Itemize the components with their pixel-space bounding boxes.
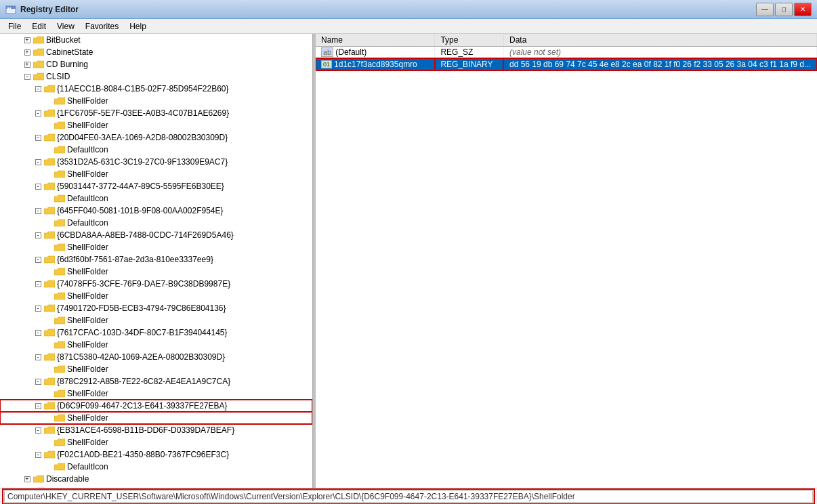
svg-marker-4 [33, 37, 44, 43]
tree-item-871c5380-shell[interactable]: ShellFolder [0, 363, 312, 375]
expand-74078ff5[interactable]: - [33, 278, 43, 289]
tree-item-3531d2a5[interactable]: - {3531D2A5-631C-3C19-27C0-9F13309E9AC7} [0, 156, 312, 168]
expand-645ff040[interactable]: - [33, 205, 43, 216]
expand-cabinetstate[interactable]: + [22, 47, 33, 58]
expand-6cbda8aa[interactable]: - [33, 230, 43, 240]
label-11aecc-shell: ShellFolder [67, 96, 108, 106]
svg-marker-38 [44, 451, 55, 458]
tree-item-d6c9f099[interactable]: - {D6C9F099-4647-2C13-E641-39337FE27EBA} [0, 400, 312, 412]
expand-11aecc[interactable]: - [33, 83, 43, 94]
tree-item-74901720[interactable]: - {74901720-FD5B-ECB3-4794-79C86E804136} [0, 302, 312, 314]
label-59031447: {59031447-3772-44A7-89C5-5595FE6B30EE} [57, 182, 224, 191]
expand-filexts[interactable]: + [22, 486, 33, 488]
tree-item-f02c1a0d-default[interactable]: DefaultIcon [0, 461, 312, 473]
tree-item-74901720-shell[interactable]: ShellFolder [0, 314, 312, 327]
label-20d04fe0: {20D04FE0-3AEA-1069-A2D8-08002B30309D} [57, 133, 228, 142]
tree-item-discardable[interactable]: + Discardable [0, 473, 312, 485]
label-bitbucket: BitBucket [46, 35, 81, 45]
folder-icon-1fc6705 [44, 108, 57, 119]
menu-view[interactable]: View [51, 20, 80, 33]
app-icon [5, 4, 16, 15]
svg-marker-39 [54, 463, 65, 470]
tree-item-74078ff5[interactable]: - {74078FF5-3CFE-76F9-DAE7-B9C38DB9987E} [0, 278, 312, 290]
tree-item-bitbucket[interactable]: + BitBucket [0, 34, 312, 46]
expand-878c2912[interactable]: - [33, 376, 43, 387]
col-type[interactable]: Type [435, 34, 504, 47]
tree-item-11aecc-shell[interactable]: ShellFolder [0, 95, 312, 107]
folder-icon-d6c9f099 [44, 401, 57, 411]
tree-item-d6c9f099-shell[interactable]: ShellFolder [0, 412, 312, 424]
maximize-button[interactable]: □ [775, 3, 793, 16]
tree-item-clsid[interactable]: - CLSID [0, 70, 312, 83]
folder-icon-878c2912-shell [54, 389, 67, 399]
folder-icon-74078ff5 [44, 279, 57, 289]
tree-item-6d3f60bf[interactable]: - {6d3f60bf-7561-87ae-2d3a-810ee3337ee9} [0, 253, 312, 266]
tree-item-59031447-default[interactable]: DefaultIcon [0, 192, 312, 205]
expand-74901720[interactable]: - [33, 303, 43, 314]
tree-item-6cbda8aa-shell[interactable]: ShellFolder [0, 241, 312, 253]
col-data[interactable]: Data [503, 34, 816, 47]
expand-bitbucket[interactable]: + [22, 35, 33, 45]
menu-edit[interactable]: Edit [26, 20, 51, 33]
expand-discardable[interactable]: + [22, 474, 33, 484]
menu-help[interactable]: Help [124, 20, 152, 33]
tree-item-878c2912[interactable]: - {878C2912-A858-7E22-6C82-AE4EA1A9C7CA} [0, 375, 312, 387]
table-row-binary[interactable]: 01 1d1c17f3acd8935qmro REG_BINARY dd 56 … [316, 58, 817, 70]
status-path: Computer\HKEY_CURRENT_USER\Software\Micr… [4, 490, 813, 503]
col-name[interactable]: Name [316, 34, 435, 47]
svg-marker-6 [33, 61, 44, 68]
expand-20d04fe0[interactable]: - [33, 132, 43, 143]
expand-6d3f60bf[interactable]: - [33, 254, 43, 265]
expand-7617cfac[interactable]: - [33, 327, 43, 338]
tree-item-filexts[interactable]: + FileExts [0, 485, 312, 488]
minimize-button[interactable]: — [756, 3, 774, 16]
tree-item-11aecc[interactable]: - {11AECC1B-8084-C1B5-02F7-85D954F22B60} [0, 83, 312, 95]
tree-panel[interactable]: + BitBucket + CabinetState + [0, 34, 313, 488]
tree-item-6cbda8aa[interactable]: - {6CBDA8AA-A8EB-7488-0CDC-714F269D5A46} [0, 229, 312, 241]
binary-value-icon: 01 [321, 60, 332, 68]
menu-favorites[interactable]: Favorites [80, 20, 124, 33]
tree-item-1fc6705-shell[interactable]: ShellFolder [0, 119, 312, 131]
tree-item-7617cfac[interactable]: - {7617CFAC-103D-34DF-80C7-B1F394044145} [0, 327, 312, 339]
label-74078ff5: {74078FF5-3CFE-76F9-DAE7-B9C38DB9987E} [57, 279, 230, 289]
expand-eb31ace4[interactable]: - [33, 425, 43, 436]
expand-3531d2a5[interactable]: - [33, 156, 43, 167]
folder-icon-11aecc-shell [54, 96, 67, 106]
tree-item-74078ff5-shell[interactable]: ShellFolder [0, 290, 312, 302]
expand-1fc6705[interactable]: - [33, 108, 43, 119]
label-6cbda8aa: {6CBDA8AA-A8EB-7488-0CDC-714F269D5A46} [57, 230, 234, 240]
svg-marker-25 [54, 293, 65, 299]
folder-icon-bitbucket [33, 35, 46, 45]
tree-item-eb31ace4[interactable]: - {EB31ACE4-6598-B11B-DD6F-D0339DA7BEAF} [0, 424, 312, 436]
tree-item-1fc6705[interactable]: - {1FC6705F-5E7F-03EE-A0B3-4C07B1AE6269} [0, 107, 312, 119]
tree-item-59031447[interactable]: - {59031447-3772-44A7-89C5-5595FE6B30EE} [0, 180, 312, 192]
expand-f02c1a0d[interactable]: - [33, 449, 43, 460]
label-878c2912: {878C2912-A858-7E22-6C82-AE4EA1A9C7CA} [57, 377, 230, 386]
expand-871c5380[interactable]: - [33, 352, 43, 362]
title-bar: Registry Editor — □ ✕ [0, 0, 817, 19]
tree-item-cdburning[interactable]: + CD Burning [0, 58, 312, 70]
expand-cdburning[interactable]: + [22, 59, 33, 70]
tree-item-20d04fe0-default[interactable]: DefaultIcon [0, 144, 312, 156]
expand-59031447[interactable]: - [33, 181, 43, 192]
svg-marker-16 [44, 183, 55, 190]
tree-item-20d04fe0[interactable]: - {20D04FE0-3AEA-1069-A2D8-08002B30309D} [0, 131, 312, 144]
tree-item-eb31ace4-shell[interactable]: ShellFolder [0, 436, 312, 448]
tree-item-871c5380[interactable]: - {871C5380-42A0-1069-A2EA-08002B30309D} [0, 351, 312, 363]
close-button[interactable]: ✕ [794, 3, 812, 16]
tree-item-645ff040[interactable]: - {645FF040-5081-101B-9F08-00AA002F954E} [0, 205, 312, 217]
cell-type-default: REG_SZ [435, 47, 504, 58]
expand-d6c9f099[interactable]: - [33, 400, 43, 411]
expand-clsid[interactable]: - [22, 71, 33, 82]
tree-item-7617cfac-shell[interactable]: ShellFolder [0, 339, 312, 351]
table-row-default[interactable]: ab (Default) REG_SZ (value not set) [316, 47, 817, 58]
tree-item-3531d2a5-shell[interactable]: ShellFolder [0, 168, 312, 180]
tree-item-f02c1a0d[interactable]: - {F02C1A0D-BE21-4350-88B0-7367FC96EF3C} [0, 448, 312, 461]
tree-item-878c2912-shell[interactable]: ShellFolder [0, 387, 312, 400]
folder-icon-6d3f60bf-shell [54, 267, 67, 277]
tree-item-645ff040-default[interactable]: DefaultIcon [0, 217, 312, 229]
folder-icon-59031447-default [54, 194, 67, 204]
tree-item-cabinetstate[interactable]: + CabinetState [0, 46, 312, 58]
tree-item-6d3f60bf-shell[interactable]: ShellFolder [0, 266, 312, 278]
menu-file[interactable]: File [3, 20, 26, 33]
